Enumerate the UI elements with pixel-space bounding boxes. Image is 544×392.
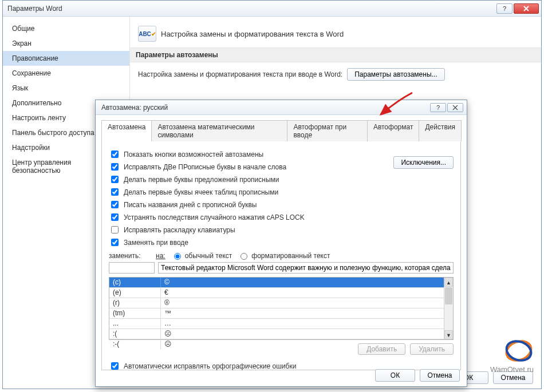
dialog-title: Автозамена: русский <box>101 104 429 112</box>
tab-autoformat[interactable]: Автоформат <box>367 120 420 141</box>
check-table-cells-caps[interactable] <box>111 188 119 196</box>
section-autocorrect-options: Параметры автозамены <box>130 47 541 62</box>
help-button[interactable]: ? <box>496 3 513 14</box>
radio-formatted-text-label: форматированный текст <box>251 252 330 260</box>
autocorrect-dialog: Автозамена: русский ? Автозамена Автозам… <box>95 100 467 387</box>
watermark-logo-icon <box>504 338 534 363</box>
scroll-thumb[interactable] <box>445 287 452 304</box>
window-title: Параметры Word <box>7 5 495 13</box>
table-row[interactable]: :(☹ <box>109 329 444 339</box>
autocorrect-options-label: Настройка замены и форматирования текста… <box>138 70 342 78</box>
scroll-down-icon[interactable]: ▼ <box>444 330 453 339</box>
check-show-buttons[interactable] <box>111 151 119 158</box>
sidebar-item-save[interactable]: Сохранение <box>3 66 129 81</box>
tab-actions[interactable]: Действия <box>419 120 462 141</box>
dialog-ok-button[interactable]: ОК <box>375 369 415 382</box>
check-day-names-label: Писать названия дней с прописной буквы <box>124 201 257 209</box>
scroll-up-icon[interactable]: ▲ <box>444 278 453 287</box>
check-two-caps[interactable] <box>111 163 119 171</box>
sidebar-item-general[interactable]: Общие <box>3 21 129 36</box>
check-table-cells-caps-label: Делать первые буквы ячеек таблиц прописн… <box>124 188 278 196</box>
dialog-tabs: Автозамена Автозамена математическими си… <box>101 120 461 141</box>
sidebar-item-proofing[interactable]: Правописание <box>3 51 129 66</box>
check-keyboard-layout-label: Исправлять раскладку клавиатуры <box>124 226 235 234</box>
close-button[interactable] <box>514 3 539 14</box>
dialog-help-button[interactable]: ? <box>430 103 446 112</box>
sidebar-item-language[interactable]: Язык <box>3 81 129 96</box>
on-label: на: <box>156 252 165 260</box>
check-auto-spell[interactable] <box>111 362 119 370</box>
radio-formatted-text[interactable] <box>241 253 247 260</box>
with-input[interactable] <box>158 262 454 274</box>
add-button[interactable]: Добавить <box>358 343 405 355</box>
check-caps-lock-label: Устранять последствия случайного нажатия… <box>124 213 305 221</box>
replace-input[interactable] <box>109 262 155 274</box>
table-row[interactable]: (c)© <box>109 278 444 288</box>
check-replace-typing[interactable] <box>111 239 119 246</box>
svg-point-1 <box>504 338 534 363</box>
check-keyboard-layout[interactable] <box>111 226 119 233</box>
close-icon <box>452 105 459 110</box>
exceptions-button[interactable]: Исключения... <box>393 156 454 169</box>
table-scrollbar[interactable]: ▲ ▼ <box>444 278 453 339</box>
dialog-titlebar: Автозамена: русский ? <box>96 100 467 115</box>
abc-check-icon: ABC✔ <box>138 26 156 42</box>
sidebar-item-display[interactable]: Экран <box>3 36 129 51</box>
table-row[interactable]: (tm)™ <box>109 308 444 319</box>
table-row[interactable]: (e)€ <box>109 288 444 298</box>
autocorrect-options-button[interactable]: Параметры автозамены... <box>347 68 444 81</box>
replace-label: заменить: <box>109 252 150 260</box>
table-row[interactable]: (r)® <box>109 298 444 308</box>
tab-autoformat-typing[interactable]: Автоформат при вводе <box>287 120 368 141</box>
autocorrect-pane: Показать кнопки возможностей автозамены … <box>101 141 461 370</box>
check-two-caps-label: Исправлять ДВе ПРописные буквы в начале … <box>124 163 286 171</box>
delete-button[interactable]: Удалить <box>410 343 454 355</box>
dialog-close-button[interactable] <box>447 103 463 112</box>
tab-math-autocorrect[interactable]: Автозамена математическими символами <box>151 120 287 141</box>
close-icon <box>523 6 529 11</box>
check-day-names[interactable] <box>111 201 119 208</box>
replacements-table: (c)© (e)€ (r)® (tm)™ ...… :(☹ :-(☹ ▲ ▼ <box>109 277 454 340</box>
watermark-text: WamOtvet.ru <box>490 365 534 374</box>
table-row[interactable]: ...… <box>109 319 444 329</box>
content-header: Настройка замены и форматирования текста… <box>161 30 344 38</box>
dialog-cancel-button[interactable]: Отмена <box>420 369 460 382</box>
tab-autocorrect[interactable]: Автозамена <box>101 120 152 141</box>
titlebar: Параметры Word ? <box>3 1 541 17</box>
radio-plain-text-label: обычный текст <box>185 252 232 260</box>
check-auto-spell-label: Автоматически исправлять орфографические… <box>124 362 296 370</box>
check-show-buttons-label: Показать кнопки возможностей автозамены <box>124 151 263 159</box>
radio-plain-text[interactable] <box>174 253 181 260</box>
check-sentence-caps[interactable] <box>111 176 119 183</box>
check-sentence-caps-label: Делать первые буквы предложений прописны… <box>124 176 279 184</box>
check-caps-lock[interactable] <box>111 213 119 221</box>
watermark: WamOtvet.ru <box>490 338 534 374</box>
check-replace-typing-label: Заменять при вводе <box>124 239 188 247</box>
